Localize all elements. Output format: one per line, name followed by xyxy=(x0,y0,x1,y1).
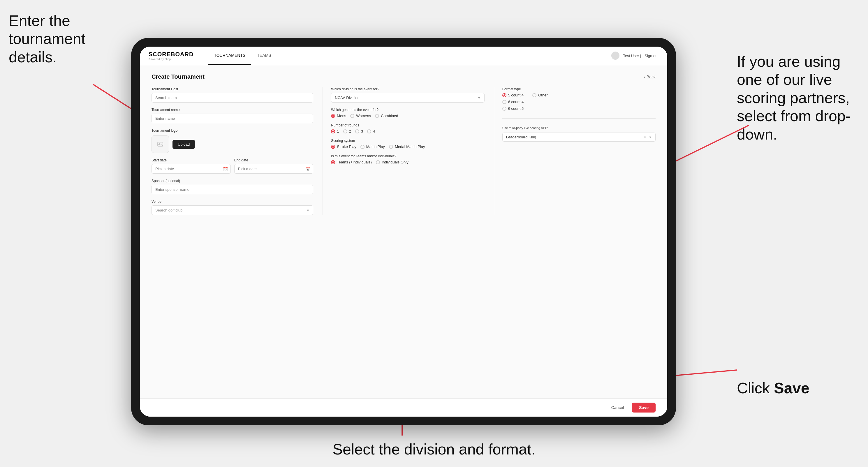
save-button[interactable]: Save xyxy=(632,403,656,412)
end-date-label: End date xyxy=(234,158,313,162)
logo-group: Tournament logo Upload xyxy=(152,128,313,153)
round-4-label: 4 xyxy=(373,129,375,133)
round-1[interactable]: 1 xyxy=(331,129,339,133)
format-group: Format type 5 count 4 6 count xyxy=(502,87,656,111)
form-columns: Tournament Host Tournament name Tourname… xyxy=(152,87,656,215)
nav-teams[interactable]: TEAMS xyxy=(251,46,277,65)
nav-links: TOURNAMENTS TEAMS xyxy=(208,46,277,65)
tablet: SCOREBOARD Powered by clippit TOURNAMENT… xyxy=(131,38,676,425)
rounds-label: Number of rounds xyxy=(331,123,484,127)
format-label: Format type xyxy=(502,87,656,91)
round-1-label: 1 xyxy=(337,129,339,133)
logo-area: SCOREBOARD Powered by clippit xyxy=(149,51,193,61)
scoring-match-label: Match Play xyxy=(366,145,385,149)
scoring-stroke[interactable]: Stroke Play xyxy=(331,145,356,149)
logo-sub: Powered by clippit xyxy=(149,58,193,61)
division-chevron: ▼ xyxy=(477,96,481,100)
format-6count5-label: 6 count 5 xyxy=(508,106,524,111)
gender-combined[interactable]: Combined xyxy=(375,114,398,118)
format-5count4-circle xyxy=(502,93,506,97)
name-group: Tournament name xyxy=(152,108,313,123)
format-6count4-circle xyxy=(502,100,506,104)
format-6count5[interactable]: 6 count 5 xyxy=(502,106,524,111)
scoring-label: Scoring system xyxy=(331,139,484,143)
cancel-button[interactable]: Cancel xyxy=(607,403,629,412)
gender-group: Which gender is the event for? Mens Wome… xyxy=(331,108,484,118)
col3-section: Format type 5 count 4 6 count xyxy=(494,87,656,215)
round-2-label: 2 xyxy=(349,129,351,133)
start-date-label: Start date xyxy=(152,158,231,162)
format-right: Other xyxy=(532,93,548,97)
gender-label: Which gender is the event for? xyxy=(331,108,484,112)
nav-right: Test User | Sign out xyxy=(611,52,658,60)
user-label: Test User | xyxy=(623,54,641,58)
page-header: Create Tournament ‹ Back xyxy=(152,73,656,80)
logo-text: SCOREBOARD xyxy=(149,51,193,58)
annotation-bottom-center: Select the division and format. xyxy=(333,440,535,458)
teams-individuals-circle xyxy=(376,160,380,164)
name-label: Tournament name xyxy=(152,108,313,112)
division-group: Which division is the event for? NCAA Di… xyxy=(331,87,484,102)
col3-divider xyxy=(502,118,656,119)
end-date-group: End date 📅 xyxy=(234,158,313,174)
format-other-label: Other xyxy=(538,93,548,97)
start-date-wrapper: 📅 xyxy=(152,164,231,174)
round-1-circle xyxy=(331,129,335,133)
upload-button[interactable]: Upload xyxy=(173,140,195,149)
live-clear-icon[interactable]: ✕ xyxy=(643,135,646,139)
format-6count5-circle xyxy=(502,106,506,111)
main-content: Create Tournament ‹ Back Tournament Host… xyxy=(140,65,667,398)
round-4[interactable]: 4 xyxy=(367,129,375,133)
logo-placeholder xyxy=(152,135,169,153)
nav-tournaments[interactable]: TOURNAMENTS xyxy=(208,46,251,65)
gender-womens[interactable]: Womens xyxy=(350,114,371,118)
scoring-match[interactable]: Match Play xyxy=(361,145,385,149)
form-footer: Cancel Save xyxy=(140,398,667,416)
start-date-group: Start date 📅 xyxy=(152,158,231,174)
live-scoring-group: Use third-party live scoring API? Leader… xyxy=(502,126,656,142)
logo-label: Tournament logo xyxy=(152,128,313,132)
format-left: 5 count 4 6 count 4 6 count 5 xyxy=(502,93,524,111)
calendar-icon-end: 📅 xyxy=(305,167,310,171)
gender-mens-label: Mens xyxy=(337,114,346,118)
rounds-group: Number of rounds 1 2 xyxy=(331,123,484,133)
format-6count4-label: 6 count 4 xyxy=(508,100,524,104)
teams-plus-individuals[interactable]: Teams (+Individuals) xyxy=(331,160,372,164)
gender-mens[interactable]: Mens xyxy=(331,114,346,118)
end-date-input[interactable] xyxy=(234,164,313,174)
venue-label: Venue xyxy=(152,199,313,204)
venue-chevron: ▼ xyxy=(306,209,309,212)
venue-placeholder: Search golf club xyxy=(155,208,182,212)
logo-upload-area: Upload xyxy=(152,135,313,153)
live-chevron-icon: ▼ xyxy=(649,135,652,139)
name-input[interactable] xyxy=(152,114,313,123)
format-5count4[interactable]: 5 count 4 xyxy=(502,93,524,97)
user-avatar xyxy=(611,52,619,60)
form-page: Create Tournament ‹ Back Tournament Host… xyxy=(140,65,667,223)
venue-select[interactable]: Search golf club ▼ xyxy=(152,206,313,215)
scoring-medal-circle xyxy=(389,145,393,149)
gender-mens-circle xyxy=(331,114,335,118)
round-3-label: 3 xyxy=(361,129,363,133)
host-input[interactable] xyxy=(152,93,313,102)
back-button[interactable]: ‹ Back xyxy=(644,74,656,79)
col2-section: Which division is the event for? NCAA Di… xyxy=(322,87,484,215)
sponsor-label: Sponsor (optional) xyxy=(152,179,313,183)
start-date-input[interactable] xyxy=(152,164,231,174)
round-2[interactable]: 2 xyxy=(343,129,351,133)
format-6count4[interactable]: 6 count 4 xyxy=(502,100,524,104)
teams-individuals-only[interactable]: Individuals Only xyxy=(376,160,408,164)
division-select[interactable]: NCAA Division I ▼ xyxy=(331,93,484,102)
live-scoring-select[interactable]: Leaderboard King ✕ ▼ xyxy=(502,132,656,142)
page-title: Create Tournament xyxy=(152,73,205,80)
round-3[interactable]: 3 xyxy=(355,129,363,133)
teams-plus-label: Teams (+Individuals) xyxy=(337,160,372,164)
signout-link[interactable]: Sign out xyxy=(645,54,658,58)
round-3-circle xyxy=(355,129,359,133)
scoring-medal-match[interactable]: Medal Match Play xyxy=(389,145,425,149)
round-2-circle xyxy=(343,129,347,133)
venue-group: Venue Search golf club ▼ xyxy=(152,199,313,215)
sponsor-input[interactable] xyxy=(152,185,313,194)
scoring-stroke-label: Stroke Play xyxy=(337,145,356,149)
format-other[interactable]: Other xyxy=(532,93,548,97)
